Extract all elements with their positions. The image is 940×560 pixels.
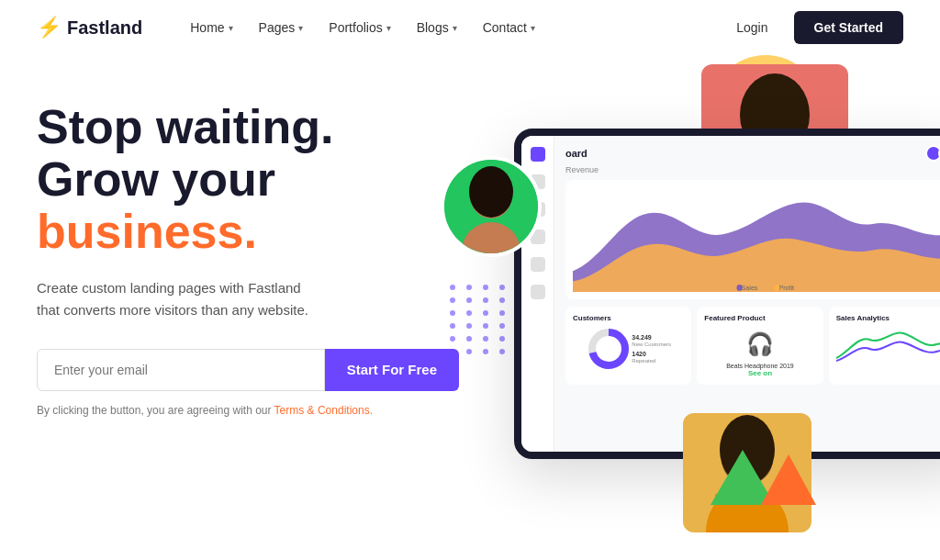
- dashboard-header: oard: [565, 145, 940, 162]
- nav-links: Home ▾ Pages ▾ Portfolios ▾ Blogs ▾ Cont…: [179, 13, 725, 42]
- svg-text:Sales: Sales: [742, 283, 758, 291]
- nav-item-home[interactable]: Home ▾: [179, 13, 243, 42]
- hero-title-line3: business.: [37, 205, 257, 258]
- hero-title: Stop waiting. Grow your business.: [37, 101, 459, 259]
- logo-text: Fastland: [67, 17, 142, 39]
- terms-text: By clicking the button, you are agreeing…: [37, 404, 459, 417]
- hero-right: oard Revenue: [459, 73, 903, 560]
- start-for-free-button[interactable]: Start For Free: [325, 349, 459, 391]
- product-name: Beats Headphone 2019: [726, 363, 794, 369]
- logo[interactable]: ⚡ Fastland: [37, 16, 142, 39]
- chevron-down-icon: ▾: [453, 23, 457, 33]
- chart-svg: Sales Profit: [573, 187, 940, 292]
- sales-card-body: [836, 326, 940, 363]
- avatar-face-svg: [444, 160, 538, 253]
- dashboard-mockup: oard Revenue: [514, 129, 940, 459]
- svg-point-14: [737, 285, 743, 291]
- orange-triangle-decoration: [761, 454, 816, 505]
- nav-item-blogs[interactable]: Blogs ▾: [406, 13, 468, 42]
- chevron-down-icon: ▾: [386, 23, 391, 33]
- nav-item-portfolios[interactable]: Portfolios ▾: [318, 13, 401, 42]
- nav-right: Login Get Started: [725, 11, 903, 44]
- hero-left: Stop waiting. Grow your business. Create…: [37, 73, 459, 560]
- email-input[interactable]: [37, 349, 325, 391]
- dashboard-title: oard: [565, 148, 588, 159]
- revenue-label: Revenue: [565, 165, 940, 174]
- logo-icon: ⚡: [37, 16, 62, 39]
- dashboard-bottom-cards: Customers 34.249: [565, 307, 940, 385]
- email-form: Start For Free: [37, 349, 459, 391]
- svg-point-10: [469, 166, 513, 218]
- donut-chart: [586, 326, 632, 372]
- product-image: 🎧: [737, 326, 783, 363]
- hero-section: Stop waiting. Grow your business. Create…: [0, 55, 940, 560]
- terms-link[interactable]: Terms & Conditions.: [274, 404, 373, 417]
- chevron-down-icon: ▾: [298, 23, 303, 33]
- sidebar-item-active: [531, 147, 545, 162]
- dashboard-user-avatars: [925, 145, 940, 162]
- customers-count1: 34.249 New Customers: [632, 334, 671, 347]
- sales-analytics-title: Sales Analytics: [836, 314, 940, 322]
- product-price: See on: [748, 369, 772, 377]
- sidebar-item-4: [531, 257, 545, 272]
- hero-title-line1: Stop waiting.: [37, 100, 334, 153]
- navigation: ⚡ Fastland Home ▾ Pages ▾ Portfolios ▾ B…: [0, 0, 940, 55]
- avatar-main: [441, 156, 542, 257]
- sales-chart-svg: [836, 326, 940, 363]
- login-button[interactable]: Login: [725, 13, 778, 42]
- revenue-chart: Sales Profit: [565, 180, 940, 299]
- nav-item-pages[interactable]: Pages ▾: [248, 13, 315, 42]
- customers-count2: 1420 Repeated: [632, 351, 655, 364]
- customers-card-body: 34.249 New Customers 1420 Repeated: [573, 326, 684, 372]
- customers-stats: 34.249 New Customers 1420 Repeated: [632, 334, 671, 364]
- sales-analytics-card: Sales Analytics: [829, 307, 940, 385]
- featured-product-card: Featured Product 🎧 Beats Headphone 2019 …: [697, 307, 822, 385]
- dashboard-main: oard Revenue: [554, 136, 940, 452]
- hero-title-line2: Grow your: [37, 152, 275, 206]
- svg-text:Profit: Profit: [778, 283, 794, 291]
- sidebar-item-5: [531, 285, 545, 299]
- hero-subtitle: Create custom landing pages with Fastlan…: [37, 277, 459, 321]
- get-started-button[interactable]: Get Started: [794, 11, 903, 44]
- dashboard-inner: oard Revenue: [521, 136, 940, 452]
- customers-card: Customers 34.249: [565, 307, 691, 385]
- chevron-down-icon: ▾: [531, 23, 535, 33]
- customers-card-title: Customers: [573, 314, 684, 322]
- nav-item-contact[interactable]: Contact ▾: [472, 13, 546, 42]
- product-card-body: 🎧 Beats Headphone 2019 See on: [704, 326, 815, 377]
- featured-product-title: Featured Product: [704, 314, 815, 322]
- chevron-down-icon: ▾: [229, 23, 233, 33]
- svg-point-15: [774, 285, 779, 291]
